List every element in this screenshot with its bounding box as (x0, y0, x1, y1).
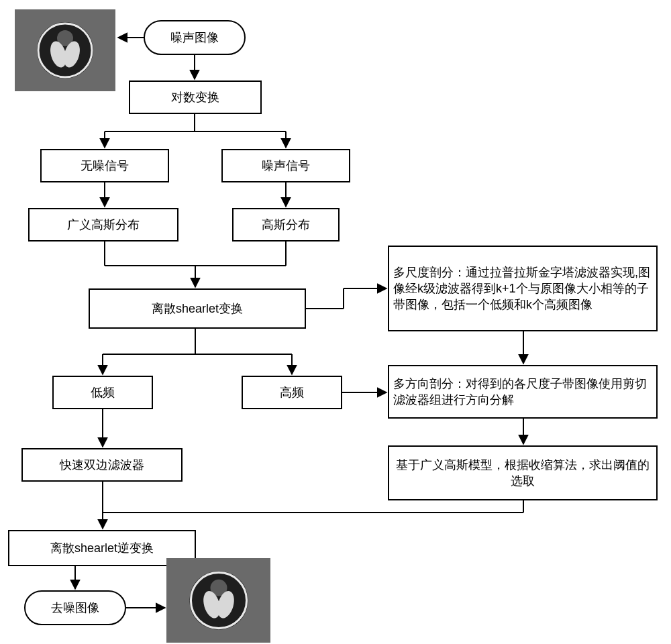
label-multidir: 多方向剖分：对得到的各尺度子带图像使用剪切滤波器组进行方向分解 (393, 376, 652, 409)
node-gaussian: 高斯分布 (232, 208, 340, 241)
node-multiscale: 多尺度剖分：通过拉普拉斯金字塔滤波器实现,图像经k级滤波器得到k+1个与原图像大… (388, 246, 658, 331)
node-log-transform: 对数变换 (129, 80, 262, 114)
label-multiscale: 多尺度剖分：通过拉普拉斯金字塔滤波器实现,图像经k级滤波器得到k+1个与原图像大… (393, 264, 652, 313)
label-log-transform: 对数变换 (171, 89, 219, 105)
label-ggd: 广义高斯分布 (67, 217, 140, 233)
node-dst: 离散shearlet变换 (89, 288, 306, 329)
noisy-phantom-image (15, 9, 115, 91)
label-threshold: 基于广义高斯模型，根据收缩算法，求出阈值的选取 (393, 457, 652, 490)
label-noisy-image: 噪声图像 (170, 30, 219, 46)
node-bilateral: 快速双边滤波器 (21, 448, 183, 482)
node-ggd: 广义高斯分布 (28, 208, 178, 241)
label-noise-signal: 噪声信号 (262, 158, 310, 174)
node-multidir: 多方向剖分：对得到的各尺度子带图像使用剪切滤波器组进行方向分解 (388, 365, 658, 419)
denoised-phantom-image (166, 558, 270, 643)
node-noisy-image: 噪声图像 (144, 20, 246, 55)
label-inverse-dst: 离散shearlet逆变换 (50, 540, 154, 556)
node-high-freq: 高频 (242, 376, 342, 409)
node-clean-signal: 无噪信号 (40, 149, 169, 182)
flowchart-canvas: 噪声图像 对数变换 无噪信号 噪声信号 广义高斯分布 高斯分布 离散shearl… (0, 0, 671, 644)
node-noise-signal: 噪声信号 (221, 149, 350, 182)
label-denoised-image: 去噪图像 (51, 600, 99, 616)
label-low-freq: 低频 (91, 384, 115, 400)
label-bilateral: 快速双边滤波器 (60, 457, 144, 473)
node-threshold: 基于广义高斯模型，根据收缩算法，求出阈值的选取 (388, 445, 658, 500)
node-low-freq: 低频 (52, 376, 153, 409)
label-dst: 离散shearlet变换 (152, 301, 243, 317)
label-high-freq: 高频 (280, 384, 304, 400)
node-denoised-image: 去噪图像 (24, 590, 126, 625)
label-clean-signal: 无噪信号 (81, 158, 129, 174)
label-gaussian: 高斯分布 (262, 217, 310, 233)
